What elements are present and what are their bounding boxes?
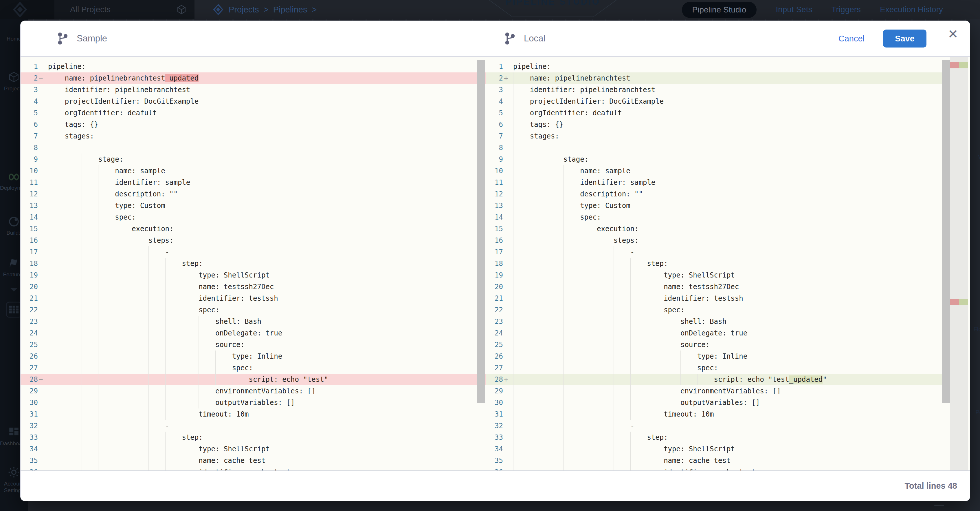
code-line[interactable]: 32- bbox=[486, 420, 950, 432]
code-text: spec: bbox=[48, 304, 486, 316]
breadcrumb-projects[interactable]: Projects bbox=[229, 5, 259, 14]
diff-pane-original[interactable]: 1pipeline:2−name: pipelinebranchtest_upd… bbox=[21, 57, 486, 470]
code-line[interactable]: 20name: testssh27Dec bbox=[21, 281, 486, 292]
save-button[interactable]: Save bbox=[883, 30, 926, 48]
code-line[interactable]: 5orgIdentifier: deafult bbox=[21, 107, 486, 119]
code-line[interactable]: 8- bbox=[21, 142, 486, 153]
code-line[interactable]: 26type: Inline bbox=[486, 351, 950, 362]
code-line[interactable]: 29environmentVariables: [] bbox=[486, 385, 950, 397]
code-text: execution: bbox=[48, 223, 486, 235]
code-line[interactable]: 3identifier: pipelinebranchtest bbox=[21, 84, 486, 96]
code-text: identifier: pipelinebranchtest bbox=[48, 84, 486, 96]
code-line[interactable]: 17- bbox=[21, 246, 486, 258]
close-icon[interactable]: ✕ bbox=[948, 28, 958, 41]
code-line[interactable]: 2+name: pipelinebranchtest bbox=[486, 72, 950, 84]
code-line[interactable]: 18step: bbox=[486, 258, 950, 270]
tab-execution-history[interactable]: Execution History bbox=[880, 5, 943, 14]
code-line[interactable]: 28+script: echo "test_updated" bbox=[486, 374, 950, 385]
code-line[interactable]: 26type: Inline bbox=[21, 351, 486, 362]
code-line[interactable]: 21identifier: testssh bbox=[486, 292, 950, 304]
code-line[interactable]: 4projectIdentifier: DocGitExample bbox=[486, 96, 950, 107]
diff-overview-ruler[interactable] bbox=[950, 57, 968, 470]
code-line[interactable]: 20name: testssh27Dec bbox=[486, 281, 950, 292]
code-line[interactable]: 35name: cache test bbox=[21, 455, 486, 466]
code-line[interactable]: 7stages: bbox=[21, 130, 486, 142]
line-number-gutter: 21 bbox=[486, 292, 513, 304]
code-line[interactable]: 30outputVariables: [] bbox=[21, 397, 486, 409]
code-text: environmentVariables: [] bbox=[48, 385, 486, 397]
code-line[interactable]: 13type: Custom bbox=[486, 200, 950, 211]
code-line[interactable]: 13type: Custom bbox=[21, 200, 486, 211]
code-line[interactable]: 30outputVariables: [] bbox=[486, 397, 950, 409]
project-picker[interactable]: All Projects bbox=[54, 0, 194, 19]
line-number-gutter: 5 bbox=[486, 107, 513, 119]
deployments-infinity-icon bbox=[7, 171, 21, 183]
code-line[interactable]: 2−name: pipelinebranchtest_updated bbox=[21, 72, 486, 84]
code-line[interactable]: 4projectIdentifier: DocGitExample bbox=[21, 96, 486, 107]
code-line[interactable]: 23shell: Bash bbox=[486, 316, 950, 327]
tab-pipeline-studio[interactable]: Pipeline Studio bbox=[682, 2, 757, 18]
breadcrumb-chevron: > bbox=[264, 5, 269, 14]
code-line[interactable]: 11identifier: sample bbox=[486, 177, 950, 188]
code-line[interactable]: 6tags: {} bbox=[486, 119, 950, 130]
tab-triggers[interactable]: Triggers bbox=[831, 5, 861, 14]
code-line[interactable]: 14spec: bbox=[21, 211, 486, 223]
code-line[interactable]: 9stage: bbox=[21, 153, 486, 165]
code-line[interactable]: 27spec: bbox=[21, 362, 486, 374]
code-line[interactable]: 16steps: bbox=[486, 235, 950, 246]
code-line[interactable]: 8- bbox=[486, 142, 950, 153]
code-line[interactable]: 3identifier: pipelinebranchtest bbox=[486, 84, 950, 96]
panel-item-flow-control[interactable]: Flow Control bbox=[970, 312, 980, 333]
code-line[interactable]: 25source: bbox=[486, 339, 950, 351]
code-line[interactable]: 12description: "" bbox=[21, 188, 486, 200]
code-line[interactable]: 5orgIdentifier: deafult bbox=[486, 107, 950, 119]
code-line[interactable]: 1pipeline: bbox=[21, 61, 486, 72]
diff-pane-modified[interactable]: 1pipeline:2+name: pipelinebranchtest3ide… bbox=[486, 57, 970, 470]
code-line[interactable]: 7stages: bbox=[486, 130, 950, 142]
code-line[interactable]: 22spec: bbox=[486, 304, 950, 316]
code-line[interactable]: 29environmentVariables: [] bbox=[21, 385, 486, 397]
code-line[interactable]: 24onDelegate: true bbox=[21, 327, 486, 339]
code-line[interactable]: 23shell: Bash bbox=[21, 316, 486, 327]
code-line[interactable]: 1pipeline: bbox=[486, 61, 950, 72]
code-line[interactable]: 25source: bbox=[21, 339, 486, 351]
code-line[interactable]: 11identifier: sample bbox=[21, 177, 486, 188]
code-line[interactable]: 14spec: bbox=[486, 211, 950, 223]
left-scrollbar-thumb[interactable] bbox=[477, 60, 485, 403]
code-line[interactable]: 10name: sample bbox=[21, 165, 486, 177]
breadcrumb-pipelines[interactable]: Pipelines bbox=[273, 5, 307, 14]
code-line[interactable]: 21identifier: testssh bbox=[21, 292, 486, 304]
code-line[interactable]: 18step: bbox=[21, 258, 486, 270]
code-line[interactable]: 35name: cache test bbox=[486, 455, 950, 466]
code-line[interactable]: 33step: bbox=[21, 432, 486, 443]
code-line[interactable]: 31timeout: 10m bbox=[486, 409, 950, 420]
code-line[interactable]: 12description: "" bbox=[486, 188, 950, 200]
panel-item-notify[interactable]: Notify bbox=[970, 229, 980, 249]
code-line[interactable]: 16steps: bbox=[21, 235, 486, 246]
code-line[interactable]: 34type: ShellScript bbox=[486, 443, 950, 455]
panel-item-policy-sets[interactable]: Policy Sets bbox=[970, 394, 980, 416]
tab-input-sets[interactable]: Input Sets bbox=[776, 5, 812, 14]
code-line[interactable]: 36identifier: cache_test bbox=[486, 466, 950, 470]
code-line[interactable]: 33step: bbox=[486, 432, 950, 443]
panel-item-variables[interactable]: Σ Variables bbox=[970, 139, 980, 160]
right-scrollbar-thumb[interactable] bbox=[942, 60, 950, 403]
code-line[interactable]: 9stage: bbox=[486, 153, 950, 165]
code-line[interactable]: 27spec: bbox=[486, 362, 950, 374]
code-line[interactable]: 10name: sample bbox=[486, 165, 950, 177]
code-line[interactable]: 24onDelegate: true bbox=[486, 327, 950, 339]
right-pane-header: Local Cancel Save bbox=[486, 21, 970, 56]
code-line[interactable]: 31timeout: 10m bbox=[21, 409, 486, 420]
cancel-button[interactable]: Cancel bbox=[838, 34, 864, 43]
code-line[interactable]: 15execution: bbox=[486, 223, 950, 235]
code-line[interactable]: 22spec: bbox=[21, 304, 486, 316]
code-line[interactable]: 6tags: {} bbox=[21, 119, 486, 130]
code-line[interactable]: 36identifier: cache_test bbox=[21, 466, 486, 470]
code-line[interactable]: 17- bbox=[486, 246, 950, 258]
code-line[interactable]: 34type: ShellScript bbox=[21, 443, 486, 455]
code-line[interactable]: 28−script: echo "test" bbox=[21, 374, 486, 385]
code-line[interactable]: 19type: ShellScript bbox=[21, 270, 486, 281]
code-line[interactable]: 15execution: bbox=[21, 223, 486, 235]
code-line[interactable]: 32- bbox=[21, 420, 486, 432]
code-line[interactable]: 19type: ShellScript bbox=[486, 270, 950, 281]
